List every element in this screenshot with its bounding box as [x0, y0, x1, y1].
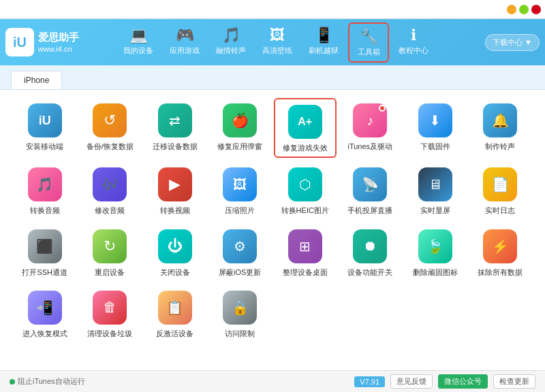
- download-firmware-icon: ⬇: [418, 103, 452, 137]
- tutorial-icon: ℹ: [411, 27, 416, 44]
- convert-video-icon: ▶: [158, 167, 192, 201]
- recovery-mode-label: 进入恢复模式: [22, 329, 67, 338]
- ringtones-icon: 🎵: [222, 27, 240, 44]
- nav-item-ringtones[interactable]: 🎵 融情铃声: [209, 22, 253, 63]
- wallpaper-icon: 🖼: [270, 27, 285, 44]
- tool-migrate-data[interactable]: ⇄ 迁移设备数据: [144, 98, 206, 158]
- repair-game-label: 修复游戏失效: [283, 143, 328, 152]
- feedback-btn[interactable]: 意见反馈: [390, 374, 433, 389]
- header: iU 爱思助手 www.i4.cn 💻 我的设备 🎮 应用游戏 🎵 融情铃声 🖼…: [0, 19, 545, 65]
- install-app-icon: iU: [28, 103, 62, 137]
- tools-grid: iU 安装移动端 ↺ 备份/恢复数据 ⇄ 迁移设备数据 🍎 修复应用弹窗 A+ …: [14, 98, 531, 342]
- my-device-label: 我的设备: [123, 46, 153, 56]
- backup-restore-icon: ↺: [93, 103, 127, 137]
- erase-data-label: 抹除所有数据: [478, 267, 523, 277]
- reactivate-label: 反激活设备: [156, 329, 193, 338]
- status-bar: 阻止iTunes自动运行 V7.91 意见反馈 微信公众号 检查更新: [0, 370, 545, 392]
- main-content: iU 安装移动端 ↺ 备份/恢复数据 ⇄ 迁移设备数据 🍎 修复应用弹窗 A+ …: [0, 90, 545, 370]
- clean-junk-label: 清理设备垃圾: [87, 329, 132, 338]
- tool-install-app[interactable]: iU 安装移动端: [14, 98, 76, 158]
- tool-convert-audio[interactable]: 🎵 转换音频: [14, 162, 76, 219]
- nav-item-toolbox[interactable]: 🔧 工具箱: [348, 22, 389, 63]
- tool-erase-data[interactable]: ⚡ 抹除所有数据: [469, 224, 532, 281]
- reset-device-label: 重启设备: [95, 267, 125, 277]
- tool-delete-stubborn-icon[interactable]: 🍃 删除顽固图标: [404, 224, 467, 281]
- clean-junk-icon: 🗑: [93, 291, 127, 325]
- convert-heic-label: 转换HEIC图片: [281, 206, 329, 215]
- delete-stubborn-icon-icon: 🍃: [418, 229, 452, 263]
- nav-item-my-device[interactable]: 💻 我的设备: [116, 22, 160, 63]
- nav-item-jailbreak[interactable]: 📱 刷机越狱: [302, 22, 345, 63]
- wallpaper-label: 高清壁纸: [262, 46, 292, 56]
- tool-repair-app[interactable]: 🍎 修复应用弹窗: [209, 98, 272, 158]
- realtime-screen-icon: 🖥: [418, 167, 452, 201]
- tool-update-ios[interactable]: ⚙ 屏蔽iOS更新: [209, 224, 272, 281]
- title-bar: [0, 0, 545, 19]
- close-btn[interactable]: [531, 5, 541, 14]
- access-limit-label: 访问限制: [225, 329, 255, 338]
- make-ringtone-label: 制作铃声: [485, 142, 515, 151]
- toolbox-label: 工具箱: [358, 47, 380, 57]
- tool-shutdown-device[interactable]: ⏻ 关闭设备: [144, 224, 206, 281]
- repair-app-icon: 🍎: [223, 103, 257, 137]
- delete-stubborn-icon-label: 删除顽固图标: [413, 267, 458, 277]
- wechat-btn[interactable]: 微信公众号: [438, 374, 488, 389]
- minimize-btn[interactable]: [507, 5, 516, 14]
- download-center-btn[interactable]: 下载中心 ▼: [485, 34, 540, 51]
- tool-access-limit[interactable]: 🔒 访问限制: [209, 285, 272, 342]
- reset-device-icon: ↻: [93, 229, 127, 263]
- tool-reactivate[interactable]: 📋 反激活设备: [144, 285, 206, 342]
- shutdown-device-label: 关闭设备: [160, 267, 190, 277]
- screen-live-icon: 📡: [353, 167, 387, 201]
- maximize-btn[interactable]: [519, 5, 529, 14]
- edit-audio-label: 修改音频: [95, 206, 125, 215]
- logo-text: 爱思助手 www.i4.cn: [38, 30, 79, 54]
- tool-repair-game[interactable]: A+ 修复游戏失效: [274, 98, 337, 158]
- tool-download-firmware[interactable]: ⬇ 下载固件: [404, 98, 467, 158]
- tool-backup-restore[interactable]: ↺ 备份/恢复数据: [79, 98, 142, 158]
- toolbox-icon: 🔧: [360, 28, 378, 46]
- device-tab-bar: iPhone: [0, 65, 545, 90]
- tool-device-switch[interactable]: ⏺ 设备功能开关: [339, 224, 402, 281]
- update-btn[interactable]: 检查更新: [493, 374, 535, 389]
- convert-audio-label: 转换音频: [30, 206, 60, 215]
- realtime-log-label: 实时日志: [485, 206, 515, 215]
- tool-recovery-mode[interactable]: 📲 进入恢复模式: [14, 285, 76, 342]
- realtime-log-icon: 📄: [483, 167, 517, 201]
- tool-realtime-screen[interactable]: 🖥 实时显屏: [404, 162, 467, 219]
- nav-item-wallpaper[interactable]: 🖼 高清壁纸: [255, 22, 299, 63]
- backup-restore-label: 备份/恢复数据: [87, 142, 134, 151]
- logo-icon: iU: [5, 28, 34, 56]
- update-ios-label: 屏蔽iOS更新: [219, 267, 261, 277]
- make-ringtone-icon: 🔔: [483, 103, 517, 137]
- itunes-status-label: 阻止iTunes自动运行: [18, 376, 85, 387]
- organize-desktop-label: 整理设备桌面: [283, 267, 328, 277]
- nav-item-apps-games[interactable]: 🎮 应用游戏: [163, 22, 206, 63]
- erase-data-icon: ⚡: [483, 229, 517, 263]
- compress-photo-icon: 🖼: [223, 167, 257, 201]
- tool-convert-video[interactable]: ▶ 转换视频: [144, 162, 206, 219]
- screen-live-label: 手机投屏直播: [347, 206, 392, 215]
- tool-convert-heic[interactable]: ⬡ 转换HEIC图片: [274, 162, 337, 219]
- tool-compress-photo[interactable]: 🖼 压缩照片: [209, 162, 272, 219]
- migrate-data-label: 迁移设备数据: [153, 142, 198, 151]
- tool-make-ringtone[interactable]: 🔔 制作铃声: [469, 98, 532, 158]
- recovery-mode-icon: 📲: [28, 291, 62, 325]
- tool-itunes-driver[interactable]: ♪ iTunes及驱动: [339, 98, 402, 158]
- tool-screen-live[interactable]: 📡 手机投屏直播: [339, 162, 402, 219]
- tool-organize-desktop[interactable]: ⊞ 整理设备桌面: [274, 224, 337, 281]
- tool-ssh-tunnel[interactable]: ⬛ 打开SSH通道: [14, 224, 76, 281]
- access-limit-icon: 🔒: [223, 291, 257, 325]
- tool-realtime-log[interactable]: 📄 实时日志: [469, 162, 532, 219]
- install-app-label: 安装移动端: [26, 142, 63, 151]
- jailbreak-icon: 📱: [315, 27, 333, 44]
- nav-item-tutorial[interactable]: ℹ 教程中心: [392, 22, 435, 63]
- tool-clean-junk[interactable]: 🗑 清理设备垃圾: [79, 285, 142, 342]
- logo-area: iU 爱思助手 www.i4.cn: [5, 28, 87, 56]
- reactivate-icon: 📋: [158, 291, 192, 325]
- tool-edit-audio[interactable]: 🎶 修改音频: [79, 162, 142, 219]
- download-firmware-label: 下载固件: [420, 142, 450, 151]
- ssh-tunnel-icon: ⬛: [28, 229, 62, 263]
- tool-reset-device[interactable]: ↻ 重启设备: [79, 224, 142, 281]
- device-tab[interactable]: iPhone: [11, 71, 62, 89]
